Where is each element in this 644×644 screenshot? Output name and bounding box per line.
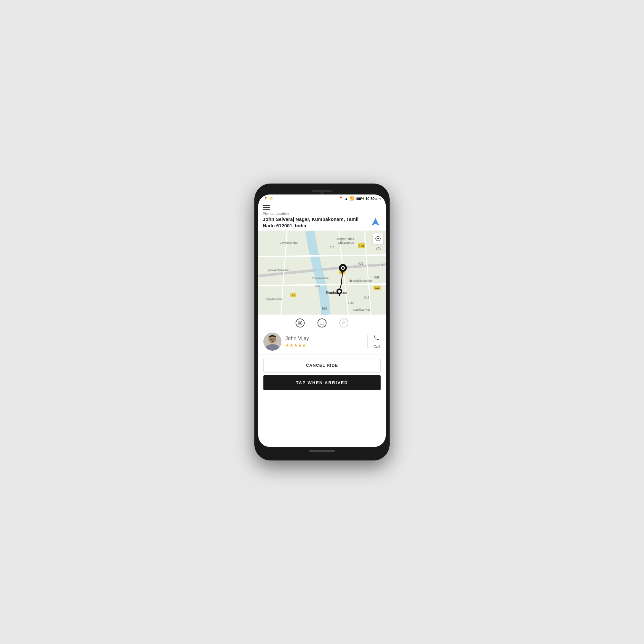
map-view: 150 36 245 213 744 472 708 xyxy=(258,231,386,315)
call-label: Call xyxy=(374,345,380,349)
svg-text:695: 695 xyxy=(322,307,327,310)
svg-text:Gangai Konda: Gangai Konda xyxy=(336,237,354,241)
hamburger-line-2 xyxy=(263,207,270,208)
svg-marker-0 xyxy=(372,218,379,226)
call-button[interactable]: Call xyxy=(373,334,381,349)
svg-text:832: 832 xyxy=(348,301,354,305)
step-1-dot xyxy=(296,318,305,327)
svg-point-35 xyxy=(342,267,344,269)
step-3-dot xyxy=(339,318,348,327)
phone-screen: 📍 ⚡ 📍 ▲ 📶 100% 10:59 am Pick up Location… xyxy=(258,194,386,447)
navigate-button[interactable] xyxy=(370,216,381,228)
status-left-icons: 📍 ⚡ xyxy=(263,196,274,201)
driver-stars: ★★★★★ xyxy=(285,343,362,348)
pickup-address-row: John Selvaraj Nagar, Kumbakonam, Tamil N… xyxy=(263,216,381,229)
svg-text:150: 150 xyxy=(359,244,364,248)
phone-bottom xyxy=(258,450,386,452)
bolt-icon: ⚡ xyxy=(269,196,274,201)
svg-point-41 xyxy=(377,238,379,240)
driver-name: John Vijay xyxy=(285,336,362,341)
svg-text:Thiruvidaimaruthur: Thiruvidaimaruthur xyxy=(348,279,373,282)
pickup-label: Pick up Location xyxy=(263,212,381,215)
map-header: Pick up Location John Selvaraj Nagar, Ku… xyxy=(258,202,386,231)
svg-text:205: 205 xyxy=(315,284,320,288)
home-indicator xyxy=(309,450,335,452)
svg-text:213: 213 xyxy=(377,263,383,267)
progress-line-2 xyxy=(330,323,336,323)
progress-line-1 xyxy=(308,323,314,323)
svg-text:Papanasam: Papanasam xyxy=(266,298,282,301)
svg-text:poovanthikkollai: poovanthikkollai xyxy=(268,269,289,272)
svg-text:22: 22 xyxy=(292,294,295,297)
svg-text:Nachiyar Koil: Nachiyar Koil xyxy=(353,308,370,311)
battery-label: 100% xyxy=(355,197,364,201)
svg-text:744: 744 xyxy=(329,246,335,249)
hamburger-line-1 xyxy=(263,205,270,206)
info-divider xyxy=(367,335,368,348)
wifi-icon: ▲ xyxy=(345,197,348,201)
driver-avatar xyxy=(263,333,281,351)
svg-text:245: 245 xyxy=(376,247,381,250)
svg-rect-48 xyxy=(320,322,324,324)
svg-text:Devanancheri: Devanancheri xyxy=(312,277,330,280)
svg-point-50 xyxy=(323,324,324,325)
location-icon: 📍 xyxy=(263,196,268,201)
driver-info-row: John Vijay ★★★★★ Call xyxy=(258,330,386,355)
cancel-ride-button[interactable]: CANCEL RIDE xyxy=(263,358,381,373)
driver-details: John Vijay ★★★★★ xyxy=(281,336,362,348)
svg-point-38 xyxy=(338,290,341,293)
status-right-info: 📍 ▲ 📶 100% 10:59 am xyxy=(339,196,381,201)
pickup-address: John Selvaraj Nagar, Kumbakonam, Tamil N… xyxy=(263,216,370,229)
status-bar: 📍 ⚡ 📍 ▲ 📶 100% 10:59 am xyxy=(258,194,386,202)
svg-text:708: 708 xyxy=(374,276,379,279)
svg-point-47 xyxy=(299,322,301,323)
progress-steps xyxy=(258,315,386,330)
time-display: 10:59 am xyxy=(365,197,381,201)
phone-top-bar xyxy=(258,190,386,192)
svg-point-49 xyxy=(321,324,322,325)
hamburger-menu[interactable] xyxy=(263,205,270,210)
svg-text:831: 831 xyxy=(364,296,369,299)
phone-device: 📍 ⚡ 📍 ▲ 📶 100% 10:59 am Pick up Location… xyxy=(254,184,390,460)
svg-text:147: 147 xyxy=(375,287,379,290)
camera-dot xyxy=(320,191,324,194)
tap-when-arrived-button[interactable]: TAP WHEN ARRIVED xyxy=(263,375,381,390)
svg-text:472: 472 xyxy=(358,262,364,265)
step-2-dot xyxy=(317,318,327,327)
svg-text:Jayamkondan: Jayamkondan xyxy=(280,241,298,244)
signal-icon: 📶 xyxy=(349,196,354,201)
svg-text:Cholapuram: Cholapuram xyxy=(338,241,354,244)
gps-center-button[interactable] xyxy=(373,233,383,244)
location-icon-2: 📍 xyxy=(339,196,343,201)
hamburger-line-3 xyxy=(263,209,270,210)
phone-icon xyxy=(373,334,381,344)
